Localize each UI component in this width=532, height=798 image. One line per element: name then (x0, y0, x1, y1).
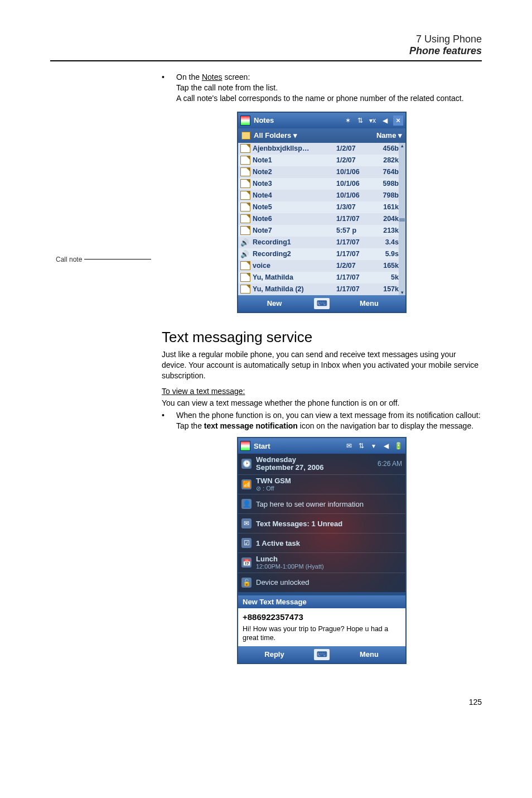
sort-picker[interactable]: Name (376, 131, 402, 140)
start-flag-icon[interactable] (240, 441, 250, 451)
item-name: Note7 (253, 227, 336, 234)
start-flag-icon[interactable] (240, 116, 250, 126)
item-date: 1/2/07 (336, 145, 372, 152)
note-icon (240, 285, 250, 294)
item-size: 5.9s (372, 250, 399, 258)
bullet-dot: • (162, 411, 167, 420)
phone-on-bullet: When the phone function is on, you can v… (176, 411, 481, 420)
item-name: Yu, Mathilda (2) (253, 285, 336, 293)
scroll-thumb[interactable] (399, 218, 405, 222)
item-size: 165k (372, 262, 399, 270)
item-size: 5k (372, 273, 399, 281)
list-item[interactable]: Note11/2/07282k (238, 155, 405, 166)
lock-row[interactable]: 🔓 Device unlocked (238, 573, 405, 592)
list-item[interactable]: Note210/1/06764b (238, 166, 405, 178)
bullet-dot: • (162, 73, 167, 81)
note-icon (240, 167, 250, 176)
list-item[interactable]: Ajenbbxjdkllsp…1/2/07456b (238, 143, 405, 155)
owner-row[interactable]: 👤 Tap here to set owner information (238, 494, 405, 514)
callnote-callout: Call note (56, 256, 151, 263)
messages-row[interactable]: ✉ Text Messages: 1 Unread (238, 514, 405, 533)
notes-bullet-text: On the Notes screen: (176, 73, 250, 81)
antenna-icon: 📶 (241, 479, 252, 489)
item-name: Note5 (253, 203, 336, 211)
item-date: 1/17/07 (336, 273, 372, 281)
callout-leader-line (84, 259, 151, 259)
item-name: Recording1 (253, 238, 336, 246)
list-item[interactable]: Note310/1/06598b (238, 178, 405, 190)
item-date: 1/17/07 (336, 250, 372, 258)
notification-header: New Text Message (238, 595, 405, 608)
volume-icon[interactable]: ◀ (380, 116, 390, 126)
text-messaging-heading: Text messaging service (162, 329, 482, 346)
carrier-row[interactable]: 📶 TWN GSM ⊘ : Off (238, 475, 405, 494)
close-icon[interactable]: × (393, 116, 403, 126)
view-text-subhead: To view a text message: (162, 386, 482, 397)
chapter-title: 7 Using Phone (50, 33, 482, 45)
note-icon (240, 214, 250, 223)
tasks-row[interactable]: ☑ 1 Active task (238, 533, 405, 553)
keyboard-icon[interactable]: ⌨ (314, 649, 330, 660)
item-date: 5:57 p (336, 227, 372, 234)
radio-icon[interactable]: ✶ (343, 116, 353, 126)
note-icon (240, 261, 250, 270)
item-size: 456b (372, 145, 399, 152)
person-icon: 👤 (241, 499, 252, 509)
notification-from: +886922357473 (243, 612, 401, 623)
softkey-new[interactable]: New (238, 299, 311, 307)
signal-icon[interactable]: ▾ (369, 441, 379, 451)
note-icon (240, 191, 250, 200)
list-item[interactable]: Yu, Mathilda (2)1/17/07157k (238, 283, 405, 295)
title-bar: Start ✉ ⇅ ▾ ◀ 🔋 (238, 438, 405, 454)
list-item[interactable]: 🔊Recording11/17/073.4s (238, 237, 405, 248)
battery-icon[interactable]: 🔋 (393, 441, 403, 451)
item-name: Note4 (253, 191, 336, 199)
list-item[interactable]: Note51/3/07161k (238, 201, 405, 213)
soft-key-bar: New ⌨ Menu (238, 295, 405, 312)
scroll-up-icon[interactable]: ▴ (401, 143, 404, 148)
item-date: 10/1/06 (336, 180, 372, 188)
folder-picker[interactable]: All Folders (254, 131, 297, 140)
folder-bar: All Folders Name (238, 128, 405, 143)
status-icons: ✶ ⇅ ▾x ◀ (343, 116, 390, 126)
notes-list: ▴ ▾ Ajenbbxjdkllsp…1/2/07456bNote11/2/07… (238, 143, 405, 295)
date-row[interactable]: 🕑 Wednesday September 27, 2006 6:26 AM (238, 454, 405, 475)
app-title: Notes (254, 116, 340, 124)
text-messaging-intro: Just like a regular mobile phone, you ca… (162, 349, 482, 381)
note-icon (240, 273, 250, 282)
recording-icon: 🔊 (240, 250, 249, 258)
app-title[interactable]: Start (254, 442, 341, 450)
list-item[interactable]: Yu, Mathilda1/17/075k (238, 272, 405, 283)
softkey-menu[interactable]: Menu (333, 299, 405, 307)
scroll-down-icon[interactable]: ▾ (401, 290, 404, 295)
list-item[interactable]: 🔊Recording21/17/075.9s (238, 248, 405, 260)
message-notification-icon[interactable]: ✉ (344, 441, 354, 451)
appointment-row[interactable]: 📅 Lunch 12:00PM-1:00PM (Hyatt) (238, 553, 405, 573)
calendar-icon: 📅 (241, 557, 252, 568)
item-date: 1/2/07 (336, 262, 372, 270)
sync-icon[interactable]: ⇅ (356, 441, 366, 451)
softkey-reply[interactable]: Reply (238, 650, 311, 658)
item-name: Note1 (253, 156, 336, 164)
volume-icon[interactable]: ◀ (381, 441, 391, 451)
item-date: 1/2/07 (336, 156, 372, 164)
list-item[interactable]: Note410/1/06798b (238, 190, 405, 201)
item-size: 764b (372, 168, 399, 176)
item-size: 161k (372, 203, 399, 211)
softkey-menu[interactable]: Menu (333, 650, 405, 658)
scrollbar[interactable]: ▴ ▾ (399, 143, 405, 295)
signal-icon[interactable]: ▾x (367, 116, 378, 126)
list-item[interactable]: Note75:57 p213k (238, 225, 405, 237)
notes-step-1: Tap the call note from the list. (176, 83, 482, 93)
checkbox-icon: ☑ (241, 538, 252, 548)
sync-icon[interactable]: ⇅ (355, 116, 365, 126)
folder-icon (241, 132, 250, 140)
status-icons: ✉ ⇅ ▾ ◀ 🔋 (344, 441, 403, 451)
list-item[interactable]: voice1/2/07165k (238, 260, 405, 272)
note-icon (240, 156, 250, 165)
soft-key-bar: Reply ⌨ Menu (238, 646, 405, 663)
list-item[interactable]: Note61/17/07204k (238, 213, 405, 225)
page-number: 125 (50, 698, 482, 706)
keyboard-icon[interactable]: ⌨ (314, 298, 330, 309)
item-date: 1/17/07 (336, 215, 372, 223)
